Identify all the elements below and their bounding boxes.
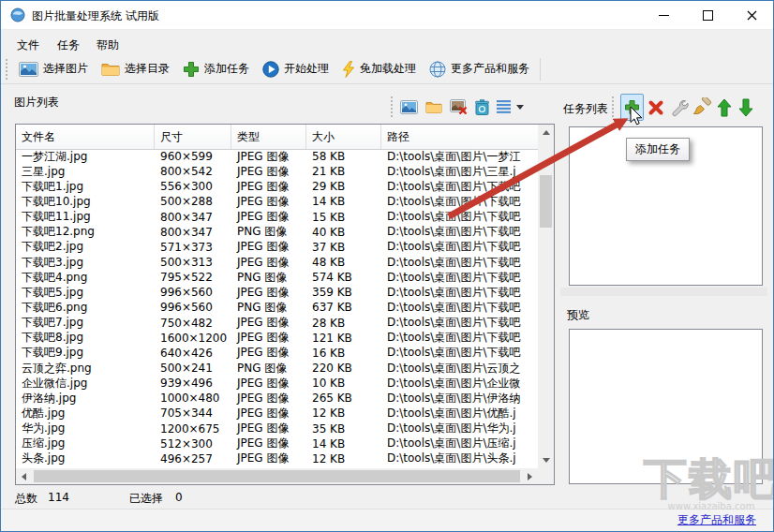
header-size[interactable]: 大小 [306, 125, 381, 149]
select-images-button[interactable]: 选择图片 [12, 58, 95, 80]
add-task-toolbar-button[interactable]: 添加任务 [176, 58, 256, 81]
cell-dim: 500×288 [155, 195, 231, 208]
toolbar-item-label: 添加任务 [204, 61, 249, 77]
cell-dim: 500×241 [155, 362, 231, 375]
table-row[interactable]: 企业微信.jpg939×496JPEG 图像10 KBD:\tools\桌面\图… [16, 376, 538, 391]
horizontal-scrollbar[interactable] [16, 468, 538, 484]
table-row[interactable]: 云顶之弈.png500×241PNG 图像220 KBD:\tools\桌面\图… [16, 361, 538, 376]
cell-name: 下载吧12.png [16, 224, 155, 240]
add-folder-icon[interactable] [425, 100, 442, 113]
cell-dim: 939×496 [155, 377, 231, 390]
cell-size: 28 KB [306, 317, 381, 330]
cell-name: 下载吧11.jpg [16, 209, 155, 225]
start-process-button[interactable]: 开始处理 [256, 58, 335, 81]
header-path[interactable]: 路径 [381, 125, 538, 149]
close-icon [747, 10, 757, 21]
header-dimensions[interactable]: 尺寸 [155, 125, 231, 149]
table-row[interactable]: 下载吧7.jpg750×482JPEG 图像28 KBD:\tools\桌面\图… [16, 316, 538, 331]
vertical-scroll-thumb[interactable] [540, 175, 552, 228]
cell-type: JPEG 图像 [231, 421, 306, 436]
cell-name: 压缩.jpg [16, 436, 155, 451]
cell-name: 下载吧9.jpg [16, 345, 155, 361]
remove-image-icon[interactable] [450, 99, 468, 114]
table-row[interactable]: 华为.jpg1200×675JPEG 图像35 KBD:\tools\桌面\图片… [16, 421, 538, 436]
table-row[interactable]: 下载吧6.png996×560PNG 图像637 KBD:\tools\桌面\图… [16, 300, 538, 315]
no-load-process-button[interactable]: 免加载处理 [335, 58, 423, 81]
close-button[interactable] [730, 1, 773, 29]
move-down-button[interactable] [737, 97, 754, 118]
wrench-icon [669, 97, 689, 117]
cell-type: JPEG 图像 [231, 406, 306, 421]
table-row[interactable]: 下载吧1.jpg556×300JPEG 图像29 KBD:\tools\桌面\图… [16, 179, 538, 194]
table-row[interactable]: 伊洛纳.jpg1000×480JPEG 图像265 KBD:\tools\桌面\… [16, 391, 538, 406]
cell-name: 下载吧6.png [16, 300, 155, 316]
table-row[interactable]: 下载吧12.png800×347PNG 图像40 KBD:\tools\桌面\图… [16, 225, 538, 240]
cell-size: 14 KB [306, 437, 381, 451]
cell-name: 一梦江湖.jpg [16, 149, 155, 165]
vertical-scrollbar[interactable] [538, 125, 554, 468]
select-folder-button[interactable]: 选择目录 [95, 58, 176, 80]
cell-size: 29 KB [306, 180, 381, 193]
scroll-up-icon[interactable] [538, 125, 554, 140]
right-panel-splitter[interactable] [560, 288, 767, 296]
table-row[interactable]: 下载吧5.jpg996×560JPEG 图像359 KBD:\tools\桌面\… [16, 285, 538, 300]
table-row[interactable]: 一梦江湖.jpg960×599JPEG 图像58 KBD:\tools\桌面\图… [16, 149, 538, 164]
cell-dim: 705×344 [155, 406, 231, 420]
cell-path: D:\tools\桌面\图片\云顶之 [381, 361, 538, 377]
cell-dim: 996×560 [155, 286, 231, 299]
cell-name: 下载吧3.jpg [16, 255, 155, 271]
cell-size: 35 KB [306, 422, 381, 436]
clear-list-icon[interactable] [475, 99, 489, 115]
more-products-button[interactable]: 更多产品和服务 [423, 58, 536, 81]
toolbar-grip [6, 59, 7, 80]
table-row[interactable]: 下载吧2.jpg571×373JPEG 图像37 KBD:\tools\桌面\图… [16, 240, 538, 255]
minimize-button[interactable] [642, 1, 685, 29]
table-row[interactable]: 压缩.jpg512×300JPEG 图像14 KBD:\tools\桌面\图片\… [16, 436, 538, 451]
scroll-right-icon[interactable] [522, 468, 538, 484]
menu-help[interactable]: 帮助 [93, 36, 123, 55]
table-row[interactable]: 下载吧10.jpg500×288JPEG 图像14 KBD:\tools\桌面\… [16, 194, 538, 209]
maximize-button[interactable] [686, 1, 729, 29]
add-task-button[interactable] [620, 94, 644, 121]
cell-type: JPEG 图像 [231, 451, 306, 466]
header-type[interactable]: 类型 [231, 125, 306, 149]
more-products-link[interactable]: 更多产品和服务 [677, 512, 756, 528]
scroll-down-icon[interactable] [538, 452, 554, 468]
dropdown-arrow-icon[interactable] [516, 105, 524, 110]
horizontal-scroll-thumb[interactable] [34, 470, 520, 482]
menu-file[interactable]: 文件 [13, 36, 43, 55]
table-row[interactable]: 头条.jpg496×257JPEG 图像12 KBD:\tools\桌面\图片\… [16, 451, 538, 466]
cell-type: JPEG 图像 [231, 209, 306, 225]
add-task-icon [183, 61, 200, 78]
toolbar-item-label: 选择目录 [125, 61, 170, 77]
cell-size: 37 KB [306, 241, 381, 254]
cell-size: 16 KB [306, 347, 381, 360]
table-row[interactable]: 下载吧9.jpg640×426JPEG 图像16 KBD:\tools\桌面\图… [16, 346, 538, 361]
table-row[interactable]: 下载吧8.jpg1600×1200JPEG 图像121 KBD:\tools\桌… [16, 331, 538, 346]
cell-name: 云顶之弈.png [16, 361, 155, 377]
task-clean-button[interactable] [692, 96, 713, 118]
task-settings-button[interactable] [668, 96, 690, 118]
window-title: 图片批量处理系统 试用版 [32, 8, 159, 24]
cell-path: D:\tools\桌面\图片\头条.j [381, 451, 538, 466]
list-view-icon[interactable] [497, 100, 511, 113]
menu-task[interactable]: 任务 [53, 36, 83, 55]
toolbar-item-label: 更多产品和服务 [451, 61, 529, 77]
header-filename[interactable]: 文件名 [16, 125, 155, 149]
delete-task-button[interactable] [647, 98, 665, 117]
table-row[interactable]: 三星.jpg800×542JPEG 图像21 KBD:\tools\桌面\图片\… [16, 164, 538, 179]
cell-path: D:\tools\桌面\图片\下载吧 [381, 209, 538, 225]
scroll-left-icon[interactable] [16, 468, 32, 484]
table-row[interactable]: 下载吧11.jpg800×347JPEG 图像15 KBD:\tools\桌面\… [16, 210, 538, 225]
cell-dim: 960×599 [155, 150, 231, 163]
image-list-toolbar [391, 96, 524, 117]
add-task-tooltip: 添加任务 [626, 138, 690, 161]
table-row[interactable]: 下载吧3.jpg500×313JPEG 图像48 KBD:\tools\桌面\图… [16, 255, 538, 270]
cell-size: 10 KB [306, 377, 381, 390]
cell-name: 下载吧1.jpg [16, 179, 155, 195]
move-up-button[interactable] [716, 97, 733, 118]
cell-type: JPEG 图像 [231, 149, 306, 165]
table-row[interactable]: 优酷.jpg705×344JPEG 图像12 KBD:\tools\桌面\图片\… [16, 406, 538, 421]
table-row[interactable]: 下载吧4.png795×522PNG 图像574 KBD:\tools\桌面\图… [16, 270, 538, 285]
add-images-icon[interactable] [400, 100, 418, 114]
